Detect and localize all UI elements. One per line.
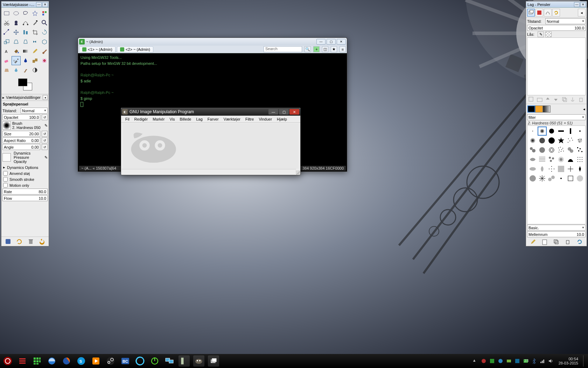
- size-reset-icon[interactable]: ↺: [42, 131, 48, 137]
- terminal-search-input[interactable]: Search: [264, 46, 302, 52]
- menu-lag[interactable]: Lag: [194, 116, 205, 122]
- menu-hjaelp[interactable]: Hjælp: [275, 116, 289, 122]
- reset-preset-icon[interactable]: [39, 238, 45, 245]
- split-button[interactable]: ◫: [322, 46, 328, 52]
- undo-history-tab[interactable]: [552, 9, 560, 16]
- brush-item[interactable]: [566, 136, 575, 145]
- brush-item[interactable]: [575, 155, 584, 164]
- brush-item[interactable]: [547, 136, 556, 145]
- close-button[interactable]: ✕: [42, 2, 48, 7]
- paintbrush-tool[interactable]: [40, 47, 49, 56]
- perspective-tool[interactable]: [21, 37, 30, 46]
- minimize-button[interactable]: —: [268, 109, 278, 115]
- angle-reset-icon[interactable]: ↺: [42, 144, 48, 150]
- menu-filtre[interactable]: Filtre: [243, 116, 256, 122]
- new-group-icon[interactable]: [537, 96, 543, 103]
- tray-volume-icon[interactable]: [548, 358, 554, 364]
- brushes-tab[interactable]: [527, 105, 535, 113]
- menu-vis[interactable]: Vis: [167, 116, 177, 122]
- foreground-select-tool[interactable]: [12, 18, 21, 27]
- apply-jitter-check[interactable]: [3, 171, 8, 176]
- taskbar-app-c[interactable]: [134, 355, 146, 367]
- new-layer-icon[interactable]: [528, 96, 534, 103]
- motion-only-check[interactable]: [3, 183, 8, 188]
- angle-slider[interactable]: Angle0.00: [2, 144, 40, 150]
- blur-tool[interactable]: [12, 66, 21, 75]
- paths-tool[interactable]: [21, 18, 30, 27]
- brush-item[interactable]: [547, 127, 556, 136]
- free-select-tool[interactable]: [21, 9, 30, 18]
- scissors-tool[interactable]: [2, 18, 11, 27]
- brush-item[interactable]: [547, 164, 556, 173]
- panel-menu-button[interactable]: ◂: [578, 9, 586, 16]
- layer-opacity-slider[interactable]: Opacitet100.0: [527, 25, 586, 31]
- menu-vinduer[interactable]: Vinduer: [257, 116, 274, 122]
- menu-rediger[interactable]: Redigér: [132, 116, 150, 122]
- save-preset-icon[interactable]: [5, 238, 11, 245]
- show-desktop-button[interactable]: [583, 355, 586, 367]
- taskbar-app-mediaplayer[interactable]: [90, 355, 102, 367]
- color-select-tool[interactable]: [40, 9, 49, 18]
- lock-pixels-icon[interactable]: ✎: [538, 32, 544, 37]
- blend-tool[interactable]: [21, 47, 30, 56]
- tray-icon[interactable]: [481, 358, 486, 364]
- gimp-titlebar[interactable]: ◐ GNU Image Manipulation Program — ▢ ✕: [121, 108, 300, 116]
- foreground-color[interactable]: [18, 79, 27, 86]
- minimize-button[interactable]: —: [36, 2, 42, 7]
- spacing-slider[interactable]: Mellemrum10.0: [527, 231, 586, 237]
- layer-mode-combo[interactable]: Normal▼: [545, 18, 586, 24]
- brush-item[interactable]: [556, 155, 566, 164]
- brush-item[interactable]: [556, 136, 566, 145]
- menu-vaerktojer[interactable]: Værktøjer: [222, 116, 243, 122]
- dodge-burn-tool[interactable]: [30, 66, 40, 75]
- menu-farver[interactable]: Farver: [205, 116, 221, 122]
- rect-select-tool[interactable]: [2, 9, 11, 18]
- taskbar-running-gimp-toolbox[interactable]: [178, 355, 190, 367]
- anchor-layer-icon[interactable]: [570, 96, 576, 103]
- tray-icon[interactable]: [489, 358, 495, 364]
- mode-combo[interactable]: Normal▼: [21, 108, 48, 114]
- scale-tool[interactable]: [2, 37, 11, 46]
- brush-item[interactable]: [528, 155, 537, 164]
- raise-layer-icon[interactable]: [545, 96, 551, 103]
- rotate-tool[interactable]: [40, 28, 49, 37]
- brush-item[interactable]: [556, 174, 566, 183]
- cage-tool[interactable]: [40, 37, 49, 46]
- brush-item[interactable]: [575, 174, 584, 183]
- smudge-tool[interactable]: [21, 66, 30, 75]
- brush-item[interactable]: [528, 174, 537, 183]
- brush-item[interactable]: [538, 164, 547, 173]
- bookmark-button[interactable]: ★: [331, 46, 337, 52]
- taskbar-app-bc[interactable]: BC: [120, 355, 131, 367]
- brush-item[interactable]: [528, 164, 537, 173]
- tray-icon[interactable]: 23: [523, 358, 528, 364]
- brush-item[interactable]: [566, 155, 575, 164]
- terminal-titlebar[interactable]: E ~ (Admin) — ▢ ✕: [78, 38, 347, 46]
- search-go-icon[interactable]: 🔍: [304, 46, 311, 52]
- settings-button[interactable]: ≡: [340, 46, 346, 52]
- menu-billede[interactable]: Billede: [177, 116, 193, 122]
- brush-item[interactable]: [538, 136, 547, 145]
- restore-preset-icon[interactable]: [16, 238, 22, 245]
- delete-preset-icon[interactable]: [28, 238, 34, 245]
- opacity-slider[interactable]: Opacitet 100.0: [2, 114, 40, 120]
- brush-item[interactable]: [566, 127, 575, 136]
- ink-tool[interactable]: [21, 56, 30, 65]
- channels-tab[interactable]: [536, 9, 543, 16]
- tray-network-icon[interactable]: [540, 358, 545, 364]
- resize-grip[interactable]: [296, 170, 300, 175]
- toolbox-titlebar[interactable]: Værktøjskasse - Værktøjs... — ✕: [1, 1, 49, 8]
- start-button[interactable]: [2, 355, 13, 367]
- paths-tab[interactable]: [544, 9, 552, 16]
- clone-tool[interactable]: [30, 56, 40, 65]
- panel-menu-button[interactable]: ◂: [583, 107, 585, 111]
- tray-expand-icon[interactable]: ▲: [472, 358, 478, 364]
- brush-item[interactable]: [566, 164, 575, 173]
- brush-item[interactable]: [566, 145, 575, 155]
- zoom-tool[interactable]: [40, 18, 49, 27]
- refresh-brushes-icon[interactable]: [576, 239, 583, 245]
- delete-layer-icon[interactable]: [578, 96, 584, 103]
- brush-preview-icon[interactable]: [2, 121, 11, 130]
- brush-item[interactable]: [575, 136, 584, 145]
- aspect-reset-icon[interactable]: ↺: [42, 137, 48, 143]
